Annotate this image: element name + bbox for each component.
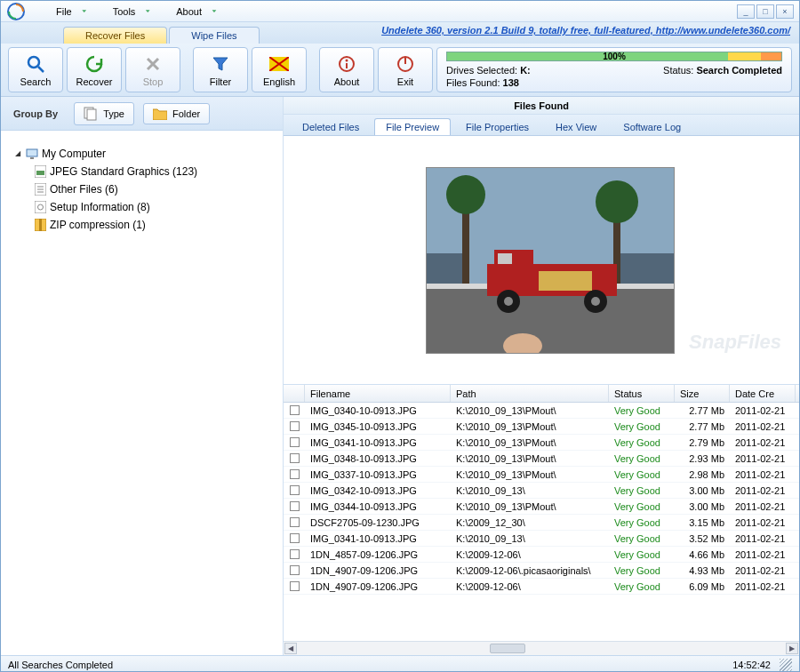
preview-image bbox=[426, 167, 675, 354]
tree: ◢ My Computer JPEG Standard Graphics (12… bbox=[1, 131, 283, 243]
filter-button[interactable]: Filter bbox=[193, 47, 248, 92]
row-checkbox[interactable] bbox=[284, 469, 305, 479]
row-checkbox[interactable] bbox=[284, 453, 305, 463]
setup-icon bbox=[35, 201, 46, 213]
cell-path: K:\2010_09_13\PMout\ bbox=[451, 453, 609, 464]
row-checkbox[interactable] bbox=[284, 485, 305, 495]
search-icon bbox=[25, 53, 46, 75]
cell-status: Very Good bbox=[609, 485, 675, 496]
col-size[interactable]: Size bbox=[675, 385, 730, 402]
row-checkbox[interactable] bbox=[284, 501, 305, 511]
svg-rect-16 bbox=[36, 171, 44, 175]
sub-tabbar: Deleted Files File Preview File Properti… bbox=[284, 115, 799, 136]
tab-software-log[interactable]: Software Log bbox=[612, 118, 692, 135]
horizontal-scrollbar[interactable]: ◀ ▶ bbox=[284, 641, 799, 655]
status-time: 14:52:42 bbox=[732, 660, 771, 670]
row-checkbox[interactable] bbox=[284, 581, 305, 591]
tree-root[interactable]: ◢ My Computer bbox=[10, 145, 274, 163]
about-icon bbox=[336, 53, 357, 75]
grid-body[interactable]: IMG_0340-10-0913.JPGK:\2010_09_13\PMout\… bbox=[284, 403, 799, 641]
row-checkbox[interactable] bbox=[284, 533, 305, 543]
table-row[interactable]: IMG_0341-10-0913.JPGK:\2010_09_13\Very G… bbox=[284, 531, 799, 547]
sidebar-header: Group By Type Folder bbox=[1, 97, 283, 131]
table-row[interactable]: IMG_0348-10-0913.JPGK:\2010_09_13\PMout\… bbox=[284, 451, 799, 467]
table-row[interactable]: IMG_0340-10-0913.JPGK:\2010_09_13\PMout\… bbox=[284, 403, 799, 419]
app-logo-icon bbox=[6, 2, 26, 21]
main-panel: Files Found Deleted Files File Preview F… bbox=[284, 97, 799, 655]
group-by-type-button[interactable]: Type bbox=[74, 102, 134, 125]
cell-path: K:\2010_09_13\PMout\ bbox=[451, 469, 609, 480]
scroll-thumb[interactable] bbox=[490, 644, 525, 653]
cell-filename: IMG_0337-10-0913.JPG bbox=[305, 469, 451, 480]
col-status[interactable]: Status bbox=[609, 385, 675, 402]
cell-status: Very Good bbox=[609, 437, 675, 448]
tree-item[interactable]: ZIP compression (1) bbox=[10, 216, 274, 234]
row-checkbox[interactable] bbox=[284, 437, 305, 447]
scroll-right-icon[interactable]: ▶ bbox=[786, 643, 798, 654]
cell-size: 2.79 Mb bbox=[675, 437, 730, 448]
tree-item[interactable]: JPEG Standard Graphics (123) bbox=[10, 163, 274, 180]
cell-path: K:\2010_09_13\PMout\ bbox=[451, 405, 609, 416]
cell-path: K:\2009_12_30\ bbox=[451, 517, 609, 528]
exit-button[interactable]: Exit bbox=[378, 47, 433, 92]
tree-item[interactable]: Setup Information (8) bbox=[10, 198, 274, 216]
row-checkbox[interactable] bbox=[284, 421, 305, 431]
stop-button[interactable]: Stop bbox=[125, 47, 180, 92]
table-row[interactable]: IMG_0344-10-0913.JPGK:\2010_09_13\PMout\… bbox=[284, 499, 799, 515]
cell-date: 2011-02-21 bbox=[730, 485, 796, 496]
table-row[interactable]: IMG_0337-10-0913.JPGK:\2010_09_13\PMout\… bbox=[284, 467, 799, 483]
cell-filename: IMG_0344-10-0913.JPG bbox=[305, 501, 451, 512]
tab-file-properties[interactable]: File Properties bbox=[454, 118, 540, 135]
menubar: File▼ Tools▼ About▼ _ □ × bbox=[1, 1, 799, 22]
menu-file[interactable]: File▼ bbox=[44, 4, 100, 19]
cell-size: 3.00 Mb bbox=[675, 485, 730, 496]
tab-file-preview[interactable]: File Preview bbox=[374, 118, 451, 135]
tab-recover-files[interactable]: Recover Files bbox=[63, 27, 167, 44]
col-filename[interactable]: Filename bbox=[305, 385, 451, 402]
table-row[interactable]: 1DN_4907-09-1206.JPGK:\2009-12-06\.picas… bbox=[284, 563, 799, 579]
minimize-button[interactable]: _ bbox=[737, 4, 755, 19]
language-button[interactable]: English bbox=[252, 47, 307, 92]
table-row[interactable]: DSCF2705-09-1230.JPGK:\2009_12_30\Very G… bbox=[284, 515, 799, 531]
col-path[interactable]: Path bbox=[451, 385, 609, 402]
table-row[interactable]: IMG_0341-10-0913.JPGK:\2010_09_13\PMout\… bbox=[284, 435, 799, 451]
maximize-button[interactable]: □ bbox=[756, 4, 774, 19]
table-row[interactable]: IMG_0342-10-0913.JPGK:\2010_09_13\Very G… bbox=[284, 483, 799, 499]
cell-filename: IMG_0348-10-0913.JPG bbox=[305, 453, 451, 464]
menu-tools[interactable]: Tools▼ bbox=[100, 4, 164, 19]
tab-wipe-files[interactable]: Wipe Files bbox=[169, 27, 259, 44]
statusbar: All Searches Completed 14:52:42 bbox=[1, 655, 799, 672]
menu-about[interactable]: About▼ bbox=[164, 4, 230, 19]
about-button[interactable]: About bbox=[319, 47, 374, 92]
table-row[interactable]: IMG_0345-10-0913.JPGK:\2010_09_13\PMout\… bbox=[284, 419, 799, 435]
tree-item[interactable]: Other Files (6) bbox=[10, 180, 274, 198]
cell-filename: IMG_0340-10-0913.JPG bbox=[305, 405, 451, 416]
jpeg-icon bbox=[35, 165, 46, 178]
cell-size: 4.66 Mb bbox=[675, 549, 730, 560]
collapse-icon[interactable]: ◢ bbox=[13, 149, 22, 158]
banner-link[interactable]: Undelete 360, version 2.1 Build 9, total… bbox=[381, 25, 790, 36]
col-date[interactable]: Date Cre bbox=[730, 385, 796, 402]
cell-size: 3.52 Mb bbox=[675, 533, 730, 544]
tab-hex-view[interactable]: Hex View bbox=[544, 118, 608, 135]
search-button[interactable]: Search bbox=[8, 47, 63, 92]
resize-grip-icon[interactable] bbox=[780, 659, 792, 671]
row-checkbox[interactable] bbox=[284, 405, 305, 415]
cell-path: K:\2009-12-06\ bbox=[451, 549, 609, 560]
group-by-folder-button[interactable]: Folder bbox=[143, 103, 210, 124]
cell-size: 4.93 Mb bbox=[675, 565, 730, 576]
svg-rect-8 bbox=[346, 63, 348, 68]
row-checkbox[interactable] bbox=[284, 549, 305, 559]
tab-deleted-files[interactable]: Deleted Files bbox=[291, 118, 371, 135]
svg-point-29 bbox=[446, 175, 485, 214]
cell-path: K:\2010_09_13\PMout\ bbox=[451, 437, 609, 448]
recover-button[interactable]: Recover bbox=[67, 47, 122, 92]
table-row[interactable]: 1DN_4907-09-1206.JPGK:\2009-12-06\Very G… bbox=[284, 579, 799, 595]
row-checkbox[interactable] bbox=[284, 517, 305, 527]
table-row[interactable]: 1DN_4857-09-1206.JPGK:\2009-12-06\Very G… bbox=[284, 547, 799, 563]
cell-path: K:\2010_09_13\ bbox=[451, 533, 609, 544]
col-checkbox[interactable] bbox=[284, 385, 305, 402]
scroll-left-icon[interactable]: ◀ bbox=[284, 643, 297, 654]
row-checkbox[interactable] bbox=[284, 565, 305, 575]
close-button[interactable]: × bbox=[776, 4, 794, 19]
